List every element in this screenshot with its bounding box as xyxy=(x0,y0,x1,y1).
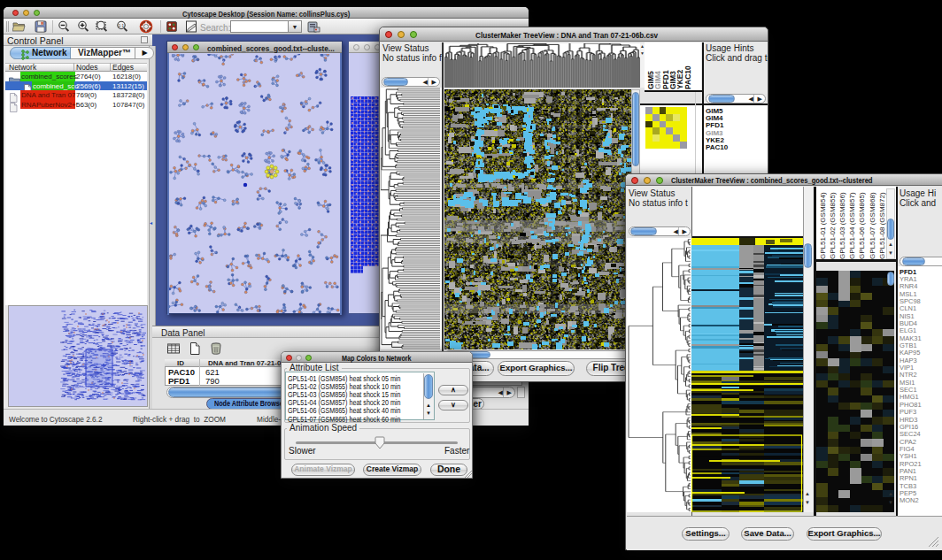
svg-text:1:1: 1:1 xyxy=(119,24,125,28)
